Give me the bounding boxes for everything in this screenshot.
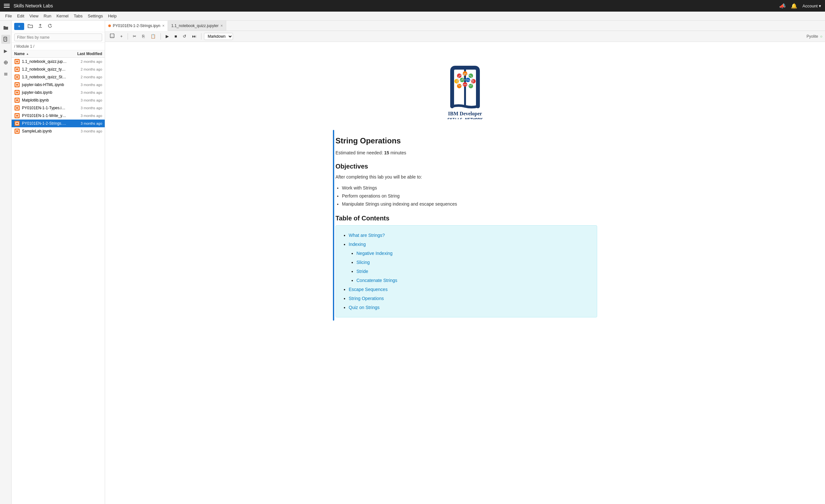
objective-2: Perform operations on String [342, 192, 597, 200]
copy-button[interactable]: ⎘ [140, 32, 147, 40]
tab-label: 1.1_notebook_quizz.jupyter [171, 23, 219, 28]
file-icon [14, 66, 20, 72]
notebook-tab-1[interactable]: 1.1_notebook_quizz.jupyter× [168, 21, 226, 30]
file-icon [14, 128, 20, 134]
toc-link-indexing[interactable]: Indexing [349, 242, 366, 247]
account-button[interactable]: Account ▾ [803, 4, 821, 8]
file-modified-label: 3 months ago [67, 122, 102, 125]
restart-button[interactable]: ↺ [180, 32, 189, 40]
file-row[interactable]: SampleLab.ipynb3 months ago [12, 127, 105, 135]
notebook-content[interactable]: IBM Developer SKILLS NETWORK String Oper… [105, 42, 825, 504]
file-search-input[interactable] [14, 33, 102, 41]
file-row[interactable]: 1.3_notebook_quizz_String Ope...2 months… [12, 73, 105, 81]
cell-type-select[interactable]: Markdown Code Raw [204, 33, 233, 40]
toolbar-divider-1 [128, 33, 128, 40]
toc-link-neg-indexing[interactable]: Negative Indexing [357, 251, 392, 256]
toc-item-stride: Stride [357, 267, 589, 276]
toc-link-stride[interactable]: Stride [357, 269, 368, 274]
file-modified-label: 3 months ago [67, 83, 102, 87]
main-layout: ▶ + / Module 1 / [0, 21, 825, 504]
hamburger-menu[interactable] [4, 4, 10, 8]
objectives-list: Work with Strings Perform operations on … [342, 184, 597, 209]
file-icon [14, 90, 20, 95]
file-modified-label: 3 months ago [67, 90, 102, 94]
file-panel-toolbar: + [12, 21, 105, 32]
notebook-tab-0[interactable]: PY0101EN-1-2-Strings.ipyn× [105, 21, 168, 31]
file-row[interactable]: PY0101EN-1-1-Types.ipynb3 months ago [12, 104, 105, 112]
sort-icon: ▲ [26, 52, 29, 56]
cell-title: String Operations Estimated time needed:… [333, 130, 597, 320]
sidebar-folder-icon[interactable] [1, 23, 10, 32]
menu-item-file[interactable]: File [3, 13, 14, 19]
sidebar-settings-icon[interactable] [1, 70, 10, 79]
sidebar-extensions-icon[interactable] [1, 58, 10, 67]
menu-item-tabs[interactable]: Tabs [71, 13, 85, 19]
file-row[interactable]: Matplotlib.ipynb3 months ago [12, 96, 105, 104]
megaphone-icon[interactable]: 📣 [779, 3, 786, 9]
toc-link-escape[interactable]: Escape Sequences [349, 287, 388, 292]
file-row[interactable]: PY0101EN-1-1-Write_your_first_...3 month… [12, 112, 105, 120]
toc-link-quiz[interactable]: Quiz on Strings [349, 305, 380, 310]
notebook-inner: IBM Developer SKILLS NETWORK String Oper… [320, 48, 610, 320]
menu-item-settings[interactable]: Settings [85, 13, 105, 19]
file-row[interactable]: 1.1_notebook_quizz.jupyterlite.i...2 mon… [12, 58, 105, 65]
stop-button[interactable]: ■ [172, 32, 179, 40]
run-button[interactable]: ▶ [163, 32, 171, 40]
file-name-label: SampleLab.ipynb [22, 129, 67, 133]
menu-item-kernel[interactable]: Kernel [54, 13, 71, 19]
app-title: Skills Network Labs [13, 3, 53, 8]
toc-link-concat[interactable]: Concatenate Strings [357, 278, 397, 283]
paste-button[interactable]: 📋 [148, 32, 158, 40]
file-modified-label: 3 months ago [67, 106, 102, 110]
save-button[interactable] [107, 32, 117, 40]
toc-link-strings[interactable]: What are Strings? [349, 233, 385, 238]
sidebar-run-icon[interactable]: ▶ [1, 47, 10, 56]
menu-item-edit[interactable]: Edit [14, 13, 27, 19]
svg-rect-11 [111, 34, 113, 35]
objectives-intro: After completing this lab you will be ab… [335, 173, 597, 181]
svg-text:IBM Developer: IBM Developer [448, 111, 482, 117]
logo-area: IBM Developer SKILLS NETWORK [333, 48, 597, 130]
tab-close-button[interactable]: × [220, 23, 223, 28]
file-modified-header[interactable]: Last Modified [67, 52, 102, 56]
toc-heading: Table of Contents [335, 215, 597, 222]
upload-button[interactable] [36, 22, 44, 30]
toc-item-neg-indexing: Negative Indexing [357, 249, 589, 258]
file-icon [14, 74, 20, 80]
refresh-button[interactable] [46, 22, 54, 30]
file-list: 1.1_notebook_quizz.jupyterlite.i...2 mon… [12, 58, 105, 504]
menu-item-view[interactable]: View [27, 13, 41, 19]
kernel-info: Pyolite ○ [807, 34, 822, 39]
file-icon [14, 59, 20, 64]
file-row[interactable]: jupyter-labs-HTML.ipynb3 months ago [12, 81, 105, 89]
breadcrumb: / Module 1 / [12, 43, 105, 50]
menu-item-help[interactable]: Help [105, 13, 119, 19]
cut-button[interactable]: ✂ [131, 32, 139, 40]
tab-label: PY0101EN-1-2-Strings.ipyn [113, 23, 160, 28]
file-row[interactable]: jupyter-labs.ipynb3 months ago [12, 89, 105, 96]
svg-rect-10 [111, 36, 114, 38]
toc-link-string-ops[interactable]: String Operations [349, 296, 384, 301]
file-name-header[interactable]: Name ▲ [14, 52, 67, 56]
add-cell-button[interactable]: + [118, 32, 125, 40]
file-name-label: 1.3_notebook_quizz_String Ope... [22, 75, 67, 79]
folder-button[interactable] [26, 22, 34, 30]
menu-item-run[interactable]: Run [41, 13, 54, 19]
file-row[interactable]: 1.2_notebook_quizz_types.jupyt...2 month… [12, 65, 105, 73]
file-name-label: 1.2_notebook_quizz_types.jupyt... [22, 67, 67, 72]
toc-item-strings: What are Strings? [349, 231, 589, 240]
cell-indicator [333, 130, 334, 320]
file-icon [14, 113, 20, 119]
sidebar-files-icon[interactable] [1, 35, 10, 44]
file-row[interactable]: PY0101EN-1-2-Strings.ipynb3 months ago [12, 120, 105, 127]
restart-run-button[interactable]: ⏭ [190, 32, 199, 40]
tab-close-button[interactable]: × [162, 23, 164, 28]
file-search [12, 32, 105, 43]
toc-item-string-ops: String Operations [349, 294, 589, 303]
new-file-button[interactable]: + [14, 23, 24, 30]
bell-icon[interactable]: 🔔 [791, 3, 797, 9]
toc-box: What are Strings? Indexing Negative Inde… [335, 225, 597, 317]
toc-sublist-indexing: Negative Indexing Slicing Stride Concate… [357, 249, 589, 285]
toc-item-escape: Escape Sequences [349, 285, 589, 294]
toc-link-slicing[interactable]: Slicing [357, 260, 370, 265]
